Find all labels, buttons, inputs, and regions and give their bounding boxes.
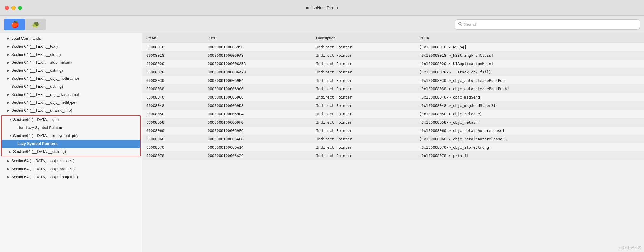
sidebar-item-text-stub-helper[interactable]: ▶ Section64 (__TEXT,__stub_helper) bbox=[0, 59, 142, 67]
tree-arrow: ▶ bbox=[7, 92, 11, 97]
toolbar: 🍎 🐢 bbox=[0, 16, 644, 33]
cell-value: [0x100008060->_objc_retainAutorelease] bbox=[415, 127, 644, 135]
sidebar-item-text-objc-methtype[interactable]: ▶ Section64 (__TEXT,__objc_methtype) bbox=[0, 99, 142, 107]
sidebar: ▶ Load Commands ▶ Section64 (__TEXT,__te… bbox=[0, 33, 142, 252]
table-row[interactable]: 0000804800000001000069D8Indirect Pointer… bbox=[142, 102, 644, 110]
tab-turtle[interactable]: 🐢 bbox=[25, 19, 46, 30]
cell-data: 00000001000069E4 bbox=[204, 110, 312, 118]
cell-data: 00000001000069CC bbox=[204, 93, 312, 102]
table-row[interactable]: 00008010000000010000699CIndirect Pointer… bbox=[142, 43, 644, 51]
sidebar-item-text-stubs[interactable]: ▶ Section64 (__TEXT,__stubs) bbox=[0, 51, 142, 59]
cell-offset: 00008010 bbox=[142, 43, 204, 51]
tree-arrow: ▶ bbox=[7, 60, 11, 65]
tree-arrow: ▶ bbox=[9, 150, 13, 154]
sidebar-item-data-objc-classlist[interactable]: ▶ Section64 (__DATA,__objc_classlist) bbox=[0, 157, 142, 165]
table-row[interactable]: 000080780000000100006A2CIndirect Pointer… bbox=[142, 152, 644, 160]
table-row[interactable]: 0000805800000001000069F0Indirect Pointer… bbox=[142, 118, 644, 127]
title-icon: ■ bbox=[306, 5, 309, 10]
sidebar-item-load-commands[interactable]: ▶ Load Commands bbox=[0, 35, 142, 43]
table-row[interactable]: 0000802000000001000006A38Indirect Pointe… bbox=[142, 60, 644, 68]
toolbar-tabs: 🍎 🐢 bbox=[4, 19, 46, 30]
tree-arrow: ▶ bbox=[7, 108, 11, 113]
tree-arrow bbox=[13, 125, 17, 130]
table-row[interactable]: 000080700000000100006A14Indirect Pointer… bbox=[142, 143, 644, 152]
sidebar-item-data-objc-protolist[interactable]: ▶ Section64 (__DATA,__objc_protolist) bbox=[0, 165, 142, 173]
tree-arrow: ▶ bbox=[7, 175, 11, 179]
cell-offset: 00008078 bbox=[142, 152, 204, 160]
cell-offset: 00008068 bbox=[142, 135, 204, 143]
tree-arrow: ▶ bbox=[7, 159, 11, 163]
cell-value: [0x100008068->_objc_retainAutoreleaseR… bbox=[415, 135, 644, 143]
tree-arrow: ▶ bbox=[7, 68, 11, 73]
cell-description: Indirect Pointer bbox=[312, 68, 415, 76]
table-row[interactable]: 0000801800000001000069A8Indirect Pointer… bbox=[142, 51, 644, 60]
titlebar: ■ fishHookDemo bbox=[0, 0, 644, 16]
sidebar-item-text-objc-classname[interactable]: ▶ Section64 (__TEXT,__objc_classname) bbox=[0, 91, 142, 99]
cell-value: [0x100008020->_UIApplicationMain] bbox=[415, 60, 644, 68]
cell-description: Indirect Pointer bbox=[312, 76, 415, 85]
close-button[interactable] bbox=[5, 6, 9, 10]
cell-data: 00000001000069A8 bbox=[204, 51, 312, 60]
col-header-data: Data bbox=[204, 33, 312, 43]
table-row[interactable]: 0000806000000001000069FCIndirect Pointer… bbox=[142, 127, 644, 135]
col-header-value: Value bbox=[415, 33, 644, 43]
cell-offset: 00008048 bbox=[142, 102, 204, 110]
cell-value: [0x100008010->_NSLog] bbox=[415, 43, 644, 51]
tree-arrow bbox=[13, 142, 17, 146]
cell-value: [0x100008048->_objc_msgSendSuper2] bbox=[415, 102, 644, 110]
cell-value: [0x100008058->_objc_retain] bbox=[415, 118, 644, 127]
sidebar-item-lazy-symbol-pointers[interactable]: Lazy Symbol Pointers bbox=[2, 140, 140, 148]
cell-offset: 00008020 bbox=[142, 60, 204, 68]
search-input[interactable] bbox=[464, 22, 637, 27]
cell-description: Indirect Pointer bbox=[312, 118, 415, 127]
content-pane: Offset Data Description Value 0000801000… bbox=[142, 33, 644, 252]
sidebar-item-text-text[interactable]: ▶ Section64 (__TEXT,__text) bbox=[0, 43, 142, 51]
watermark: ©掘金技术社区 bbox=[619, 246, 641, 250]
cell-offset: 00008050 bbox=[142, 110, 204, 118]
cell-value: [0x100008078->_printf] bbox=[415, 152, 644, 160]
cell-data: 0000000100006A14 bbox=[204, 143, 312, 152]
sidebar-item-text-ustring[interactable]: Section64 (__TEXT,__ustring) bbox=[0, 83, 142, 91]
sidebar-item-text-objc-methname[interactable]: ▶ Section64 (__TEXT,__objc_methname) bbox=[0, 75, 142, 83]
tree-arrow bbox=[7, 84, 11, 89]
tab-apple[interactable]: 🍎 bbox=[4, 19, 25, 30]
cell-description: Indirect Pointer bbox=[312, 60, 415, 68]
window-controls bbox=[5, 6, 22, 10]
cell-description: Indirect Pointer bbox=[312, 143, 415, 152]
cell-value: [0x100008018->_NSStringFromClass] bbox=[415, 51, 644, 60]
cell-data: 00000001000069FC bbox=[204, 127, 312, 135]
sidebar-item-data-cfstring[interactable]: ▶ Section64 (__DATA,__cfstring) bbox=[2, 148, 140, 156]
search-bar[interactable] bbox=[455, 19, 640, 30]
sidebar-item-text-unwind-info[interactable]: ▶ Section64 (__TEXT,__unwind_info) bbox=[0, 107, 142, 115]
cell-offset: 00008028 bbox=[142, 68, 204, 76]
sidebar-item-data-objc-imageinfo[interactable]: ▶ Section64 (__DATA,__objc_imageinfo) bbox=[0, 173, 142, 181]
red-outline-group: ▼ Section64 (__DATA,__got) Non-Lazy Symb… bbox=[1, 115, 141, 156]
cell-description: Indirect Pointer bbox=[312, 85, 415, 93]
table-row[interactable]: 0000803800000001000069C0Indirect Pointer… bbox=[142, 85, 644, 93]
tree-arrow: ▶ bbox=[7, 76, 11, 81]
cell-description: Indirect Pointer bbox=[312, 43, 415, 51]
sidebar-item-non-lazy-symbol-pointers[interactable]: Non-Lazy Symbol Pointers bbox=[2, 124, 140, 132]
tree-arrow: ▶ bbox=[7, 100, 11, 105]
col-header-offset: Offset bbox=[142, 33, 204, 43]
table-row[interactable]: 0000804000000001000069CCIndirect Pointer… bbox=[142, 93, 644, 102]
cell-value: [0x100008050->_objc_release] bbox=[415, 110, 644, 118]
search-icon bbox=[458, 22, 462, 27]
minimize-button[interactable] bbox=[11, 6, 16, 10]
sidebar-item-text-cstring[interactable]: ▶ Section64 (__TEXT,__cstring) bbox=[0, 67, 142, 75]
table-row[interactable]: 000080680000000100006A08Indirect Pointer… bbox=[142, 135, 644, 143]
cell-data: 000000010000699C bbox=[204, 43, 312, 51]
tree-arrow: ▼ bbox=[9, 133, 13, 138]
main-area: ▶ Load Commands ▶ Section64 (__TEXT,__te… bbox=[0, 33, 644, 252]
maximize-button[interactable] bbox=[18, 6, 22, 10]
cell-description: Indirect Pointer bbox=[312, 93, 415, 102]
col-header-description: Description bbox=[312, 33, 415, 43]
table-row[interactable]: 0000803000000001000069B4Indirect Pointer… bbox=[142, 76, 644, 85]
table-row[interactable]: 0000802800000001000006A20Indirect Pointe… bbox=[142, 68, 644, 76]
tree-arrow: ▶ bbox=[7, 52, 11, 57]
cell-value: [0x100008030->_objc_autoreleasePoolPop] bbox=[415, 76, 644, 85]
sidebar-item-data-la-symbol-ptr[interactable]: ▼ Section64 (__DATA,__la_symbol_ptr) bbox=[2, 132, 140, 140]
cell-offset: 00008060 bbox=[142, 127, 204, 135]
table-row[interactable]: 0000805000000001000069E4Indirect Pointer… bbox=[142, 110, 644, 118]
sidebar-item-data-got[interactable]: ▼ Section64 (__DATA,__got) bbox=[2, 116, 140, 124]
